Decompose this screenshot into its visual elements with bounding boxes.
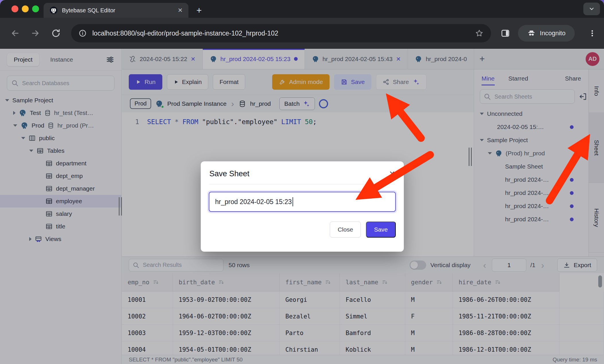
admin-mode-button[interactable]: Admin mode [272, 74, 330, 90]
tree-item-table-dept-emp[interactable]: dept_emp [0, 170, 121, 182]
close-sheet-icon[interactable]: ✕ [396, 56, 401, 62]
sheet-tab-1[interactable]: 2024-02-05 15:22 ✕ [122, 49, 203, 69]
save-sheet-button[interactable]: Save [334, 74, 371, 90]
tree-item-tables-group[interactable]: Tables [0, 144, 121, 157]
database-search-input[interactable] [22, 80, 110, 87]
sheet-item[interactable]: hr_prod 2024-… [474, 186, 589, 199]
tree-item-table-dept-manager[interactable]: dept_manager [0, 182, 121, 195]
export-button[interactable]: Export [557, 259, 597, 272]
column-header[interactable]: birth_date [173, 273, 280, 291]
tree-item-table-department[interactable]: department [0, 157, 121, 170]
sheet-group-unconnected[interactable]: Unconnected [474, 107, 589, 120]
results-search[interactable] [129, 259, 223, 271]
table-scrollbar[interactable] [598, 275, 602, 287]
share-button[interactable]: Share [376, 74, 426, 90]
user-avatar[interactable]: AD [586, 52, 599, 66]
sheet-item[interactable]: 2024-02-05 15:… [474, 120, 589, 134]
tree-item-table-title[interactable]: title [0, 220, 121, 233]
caret-down-icon[interactable] [488, 152, 492, 154]
tree-item-prod-db[interactable]: Prod hr_prod (Pr… [0, 119, 121, 132]
tab-info[interactable]: Info [589, 69, 604, 113]
help-icon[interactable] [319, 99, 328, 108]
window-close-button[interactable] [11, 5, 18, 12]
tab-history[interactable]: History [589, 183, 604, 253]
column-header[interactable]: gender [405, 273, 453, 291]
caret-down-icon[interactable] [29, 150, 33, 152]
batch-button[interactable]: Batch [279, 97, 315, 110]
caret-down-icon[interactable] [5, 99, 9, 101]
sheet-tab-3[interactable]: hr_prod 2024-02-05 15:43 ✕ [305, 49, 408, 69]
sheet-search[interactable] [480, 89, 575, 104]
dialog-close-button[interactable]: Close [330, 222, 361, 238]
bookmark-star-icon[interactable] [475, 29, 484, 38]
tree-item-test-db[interactable]: Test hr_test (Test… [0, 107, 121, 119]
new-tab-button[interactable]: + [192, 3, 206, 18]
reload-icon[interactable] [51, 28, 61, 38]
window-zoom-button[interactable] [32, 5, 39, 12]
breadcrumb-database[interactable]: hr_prod [250, 100, 271, 107]
dialog-save-button[interactable]: Save [366, 222, 396, 238]
column-header[interactable]: last_name [340, 273, 405, 291]
page-input[interactable] [492, 259, 526, 272]
sheet-name-input[interactable]: hr_prod 2024-02-05 15:23 [209, 192, 396, 212]
tab-project[interactable]: Project [7, 53, 39, 66]
breadcrumb-instance[interactable]: Prod Sample Instance [167, 100, 227, 107]
window-minimize-button[interactable] [22, 5, 29, 12]
caret-down-icon[interactable] [480, 139, 484, 141]
sidebar-resize-handle[interactable] [119, 197, 122, 216]
sheet-group-sample-project[interactable]: Sample Project [474, 134, 589, 147]
sheet-tab-2-active[interactable]: hr_prod 2024-02-05 15:23 [203, 49, 305, 69]
caret-down-icon[interactable] [13, 124, 17, 127]
sheet-tab-4[interactable]: hr_prod 2024-0 [408, 49, 474, 69]
tab-mine[interactable]: Mine [482, 75, 495, 85]
back-icon[interactable] [10, 28, 20, 38]
tree-item-views-group[interactable]: Views [0, 233, 121, 245]
next-page-icon[interactable]: › [539, 261, 546, 270]
dialog-close-icon[interactable]: ✕ [389, 169, 395, 178]
browser-menu-icon[interactable] [587, 28, 597, 38]
explain-button[interactable]: Explain [167, 74, 209, 90]
sort-icon[interactable] [436, 279, 443, 285]
sheet-item[interactable]: hr_prod 2024-… [474, 199, 589, 213]
panel-resize-handle[interactable] [469, 148, 472, 166]
site-info-icon[interactable] [79, 29, 87, 37]
sheet-group-db[interactable]: (Prod) hr_prod [474, 147, 589, 160]
tab-instance[interactable]: Instance [43, 53, 80, 66]
run-button[interactable]: Run [129, 74, 162, 90]
sort-icon[interactable] [325, 279, 331, 285]
sheet-menu-icon[interactable]: ⋯ [566, 163, 574, 171]
tab-search-chevron-button[interactable] [583, 3, 600, 15]
tab-close-icon[interactable]: ✕ [178, 7, 183, 14]
sort-icon[interactable] [218, 279, 225, 285]
caret-down-icon[interactable] [480, 113, 484, 115]
sheet-item[interactable]: hr_prod 2024-… [474, 173, 589, 186]
sheet-item[interactable]: hr_prod 2024-… [474, 213, 589, 226]
caret-down-icon[interactable] [21, 137, 25, 139]
new-sheet-button[interactable]: + [474, 49, 490, 69]
tree-item-table-salary[interactable]: salary [0, 208, 121, 220]
sheet-item-sample-sheet[interactable]: Sample Sheet ⋯ [474, 160, 589, 173]
vertical-display-toggle[interactable] [410, 261, 426, 270]
tree-item-table-employee[interactable]: employee [0, 195, 121, 208]
sheet-search-input[interactable] [494, 93, 571, 100]
browser-tab[interactable]: Bytebase SQL Editor ✕ [44, 3, 188, 18]
tab-sheet[interactable]: Sheet [589, 113, 604, 183]
filter-icon[interactable] [106, 55, 114, 64]
column-header[interactable]: emp_no [122, 273, 173, 291]
format-button[interactable]: Format [213, 74, 245, 90]
sort-icon[interactable] [495, 279, 501, 285]
forward-icon[interactable] [30, 28, 40, 38]
results-search-input[interactable] [142, 261, 220, 269]
caret-right-icon[interactable] [13, 111, 15, 115]
sort-icon[interactable] [153, 279, 159, 285]
sort-icon[interactable] [382, 279, 388, 285]
close-sheet-icon[interactable]: ✕ [191, 56, 196, 62]
prev-page-icon[interactable]: ‹ [481, 261, 488, 270]
tree-item-project[interactable]: Sample Project [0, 94, 121, 107]
column-header[interactable]: hire_date [453, 273, 560, 291]
caret-right-icon[interactable] [29, 237, 32, 241]
tab-share[interactable]: Share [565, 75, 581, 82]
tab-starred[interactable]: Starred [508, 75, 528, 82]
side-panel-icon[interactable] [500, 28, 510, 38]
collapse-panel-icon[interactable] [579, 92, 587, 101]
